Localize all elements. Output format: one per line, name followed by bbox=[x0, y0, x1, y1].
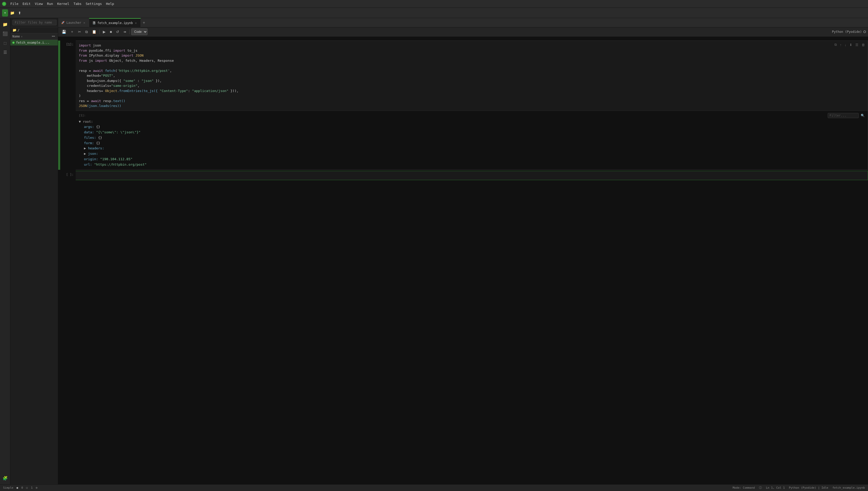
add-tab-button[interactable]: + bbox=[141, 18, 147, 27]
sidebar-tabs-icon[interactable]: ☰ bbox=[1, 48, 9, 56]
menu-run[interactable]: Run bbox=[45, 1, 55, 6]
empty-cell-body[interactable] bbox=[76, 171, 868, 180]
cell-output-1: [1]: 🔍 ▼ root: args: {} data: "{\"some\"… bbox=[76, 111, 868, 170]
output-root: ▼ root: bbox=[79, 119, 865, 124]
output-expand-headers[interactable]: ▶ bbox=[84, 146, 86, 150]
file-browser: 🔍 📁 / Name ↑ ••• fetch_example.i... bbox=[10, 18, 58, 484]
code-cell-1: [1]: import json from pyodide.ffi import… bbox=[58, 40, 868, 170]
menu-tabs[interactable]: Tabs bbox=[71, 1, 84, 6]
cell-type-indicator: ◻ bbox=[26, 486, 28, 489]
kernel-status-dot bbox=[863, 30, 866, 33]
toolbar-separator-1 bbox=[99, 29, 100, 34]
toolbar: + 📁 ⬆ bbox=[0, 8, 868, 18]
output-item-url: url: "https://httpbin.org/post" bbox=[84, 162, 865, 168]
output-filter-input[interactable] bbox=[828, 113, 859, 118]
cell-move-down-button[interactable]: ↓ bbox=[844, 42, 847, 47]
add-cell-button[interactable]: ＋ bbox=[69, 28, 76, 35]
kernel-indicator: Python (Pyodide) bbox=[832, 30, 866, 34]
kernel-status-label: Python (Pyodide) | Idle bbox=[789, 486, 828, 489]
output-filter-bar: [1]: 🔍 bbox=[79, 113, 865, 118]
menu-edit[interactable]: Edit bbox=[21, 1, 33, 6]
file-browser-header: 📁 / bbox=[10, 27, 58, 33]
file-status-dot bbox=[12, 41, 14, 44]
settings-icon[interactable]: ⚙ bbox=[36, 486, 37, 489]
tabs-area: 🚀 Launcher ✕ 📓 fetch_example.ipynb ✕ + 💾… bbox=[58, 18, 868, 484]
output-expand-root[interactable]: ▼ root: bbox=[79, 120, 93, 123]
cell-copy-button[interactable]: ⧉ bbox=[833, 42, 838, 47]
folder-open-icon: 📁 bbox=[10, 11, 14, 15]
cell-execution-count-1: [1]: bbox=[60, 40, 76, 170]
output-item-json: ▶ json: bbox=[84, 151, 865, 156]
cell-type-select[interactable]: Code bbox=[131, 28, 148, 35]
cell-delete-button[interactable]: 🗑 bbox=[861, 42, 866, 47]
cell-download-button[interactable]: ⬇ bbox=[848, 42, 853, 47]
side-icon-bar: 📁 ⬛ ⬚ ☰ 🧩 bbox=[0, 18, 10, 484]
output-item-headers: ▶ headers: bbox=[84, 146, 865, 151]
cell-format-button[interactable]: ☰ bbox=[854, 42, 860, 47]
output-expand-json[interactable]: ▶ bbox=[84, 152, 86, 155]
file-search-input[interactable] bbox=[12, 20, 57, 25]
copy-cell-button[interactable]: ⧉ bbox=[84, 28, 89, 35]
save-button[interactable]: 💾 bbox=[60, 28, 68, 35]
output-execution-count: [1]: bbox=[79, 114, 86, 117]
notebook-content: [1]: import json from pyodide.ffi import… bbox=[58, 36, 868, 484]
tab-fetch-example[interactable]: 📓 fetch_example.ipynb ✕ bbox=[89, 18, 141, 27]
name-column-header[interactable]: Name ↑ bbox=[12, 35, 51, 38]
menu-view[interactable]: View bbox=[33, 1, 45, 6]
sidebar-files-icon[interactable]: 📁 bbox=[1, 20, 9, 28]
filter-search-icon[interactable]: 🔍 bbox=[861, 114, 865, 117]
menu-kernel[interactable]: Kernel bbox=[55, 1, 71, 6]
restart-run-button[interactable]: ↠ bbox=[122, 28, 128, 35]
notebook-toolbar: 💾 ＋ ✂ ⧉ 📋 ▶ ■ ↺ ↠ Code Python (Pyodide) bbox=[58, 27, 868, 36]
output-tree-items: args: {} data: "{\"some\": \"json\"}" fi… bbox=[79, 124, 865, 167]
sidebar-extensions-icon[interactable]: 🧩 bbox=[1, 474, 9, 482]
output-item-files: files: {} bbox=[84, 135, 865, 141]
status-right: Mode: Command ⓘ Ln 1, Col 1 Python (Pyod… bbox=[732, 486, 865, 490]
file-list-header: Name ↑ ••• bbox=[10, 33, 58, 40]
file-browser-panel: 🔍 📁 / Name ↑ ••• fetch_example.i... bbox=[10, 18, 58, 484]
cell-body-1[interactable]: import json from pyodide.ffi import to_j… bbox=[76, 40, 868, 170]
menu-bar: File Edit View Run Kernel Tabs Settings … bbox=[0, 0, 868, 8]
menu-file[interactable]: File bbox=[8, 1, 21, 6]
cell-count: 0 bbox=[21, 486, 23, 489]
filename-label: fetch_example.ipynb bbox=[832, 486, 865, 489]
cell-toolbar-1: ⧉ ↑ ↓ ⬇ ☰ 🗑 bbox=[833, 42, 866, 47]
upload-icon: ⬆ bbox=[18, 11, 21, 15]
menu-help[interactable]: Help bbox=[104, 1, 116, 6]
sidebar-running-icon[interactable]: ⬛ bbox=[1, 29, 9, 38]
launcher-tab-icon: 🚀 bbox=[61, 21, 65, 24]
status-bar: Simple ● 0 ◻ 1 ⚙ Mode: Command ⓘ Ln 1, C… bbox=[0, 484, 868, 491]
mode-command-label: Mode: Command bbox=[732, 486, 755, 489]
position-label: Ln 1, Col 1 bbox=[766, 486, 785, 489]
output-item-args: args: {} bbox=[84, 124, 865, 130]
open-folder-button[interactable]: 📁 bbox=[8, 9, 16, 17]
restart-button[interactable]: ↺ bbox=[115, 28, 121, 35]
menu-settings[interactable]: Settings bbox=[84, 1, 104, 6]
search-icon[interactable]: 🔍 bbox=[58, 21, 58, 25]
output-tree: ▼ root: args: {} data: "{\"some\": \"jso… bbox=[79, 119, 865, 168]
file-action-dots[interactable]: ••• bbox=[51, 34, 56, 38]
file-item[interactable]: fetch_example.i... bbox=[10, 40, 58, 46]
plus-icon: + bbox=[4, 11, 6, 15]
main-area: 📁 ⬛ ⬚ ☰ 🧩 🔍 📁 / Name ↑ ••• bbox=[0, 18, 868, 484]
run-cell-button[interactable]: ▶ bbox=[101, 28, 107, 35]
cell-move-up-button[interactable]: ↑ bbox=[839, 42, 843, 47]
cell-code-1[interactable]: import json from pyodide.ffi import to_j… bbox=[76, 41, 868, 111]
status-info-icon: ⓘ bbox=[759, 486, 762, 490]
paste-cell-button[interactable]: 📋 bbox=[90, 28, 98, 35]
breadcrumb: / bbox=[18, 28, 19, 32]
tab-launcher[interactable]: 🚀 Launcher ✕ bbox=[58, 18, 89, 27]
interrupt-button[interactable]: ■ bbox=[108, 28, 113, 35]
mode-label: Simple bbox=[3, 486, 13, 489]
new-launcher-button[interactable]: + bbox=[2, 9, 8, 17]
app-logo bbox=[2, 2, 6, 6]
file-item-name: fetch_example.i... bbox=[16, 41, 50, 45]
status-dot-1: ● bbox=[17, 486, 18, 489]
launcher-tab-close[interactable]: ✕ bbox=[83, 21, 86, 25]
file-list: fetch_example.i... bbox=[10, 40, 58, 484]
sort-arrow-icon: ↑ bbox=[21, 35, 23, 38]
upload-button[interactable]: ⬆ bbox=[17, 9, 23, 17]
cut-cell-button[interactable]: ✂ bbox=[77, 28, 83, 35]
notebook-tab-close[interactable]: ✕ bbox=[134, 21, 137, 25]
sidebar-commands-icon[interactable]: ⬚ bbox=[1, 39, 9, 47]
